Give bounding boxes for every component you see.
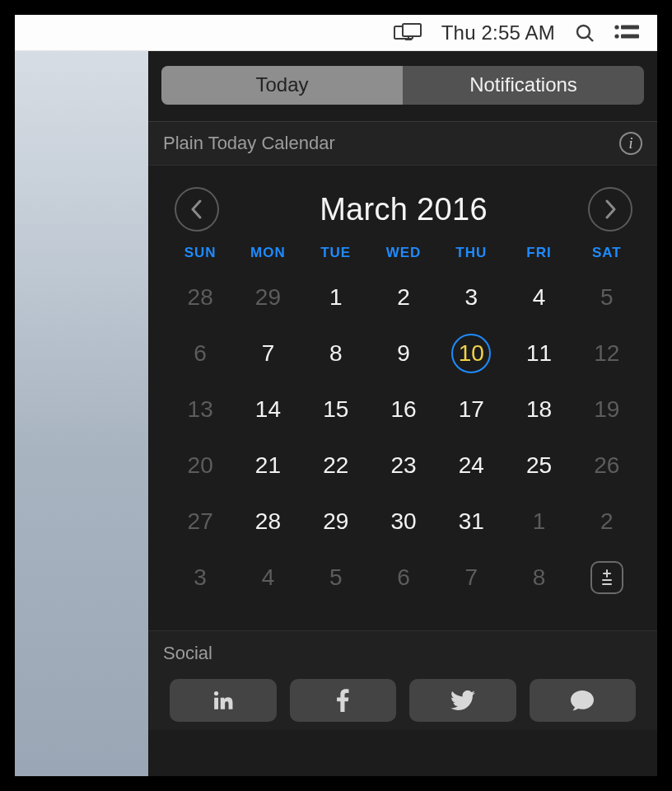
calendar-day[interactable]: 2 (370, 278, 437, 317)
calendar-day[interactable]: 31 (437, 502, 505, 541)
calendar-day[interactable]: 27 (166, 502, 234, 541)
facebook-icon (336, 689, 349, 712)
calendar-cell (573, 558, 641, 597)
notification-center-panel: Today Notifications Plain Today Calendar… (148, 51, 657, 776)
menubar-clock[interactable]: Thu 2:55 AM (441, 21, 555, 44)
svg-rect-9 (621, 34, 639, 38)
calendar-day[interactable]: 24 (437, 446, 505, 485)
calendar-day[interactable]: 29 (234, 278, 301, 317)
month-label: March 2016 (320, 192, 488, 227)
calendar-day[interactable]: 11 (505, 334, 572, 373)
displays-icon[interactable] (394, 23, 422, 43)
social-section: Social (148, 630, 657, 730)
calendar-day[interactable]: 30 (370, 502, 437, 541)
calendar-day[interactable]: 6 (370, 558, 437, 597)
linkedin-icon (212, 690, 234, 711)
svg-point-15 (214, 691, 218, 695)
calendar-day[interactable]: 13 (166, 390, 234, 429)
svg-line-5 (588, 36, 593, 41)
calendar-day[interactable]: 28 (166, 278, 234, 317)
calendar-day[interactable]: 1 (302, 278, 370, 317)
calendar-day[interactable]: 8 (505, 558, 572, 597)
notification-center-icon[interactable] (614, 24, 639, 42)
day-of-week-header: MON (234, 245, 301, 261)
twitter-button[interactable] (409, 679, 516, 722)
calendar-day[interactable]: 1 (505, 502, 572, 541)
prev-month-button[interactable] (175, 187, 219, 232)
messages-button[interactable] (530, 679, 637, 722)
calendar-day[interactable]: 29 (302, 502, 370, 541)
tab-bar: Today Notifications (148, 51, 657, 122)
calendar-day[interactable]: 28 (234, 502, 301, 541)
svg-point-8 (614, 34, 618, 38)
tab-notifications[interactable]: Notifications (403, 66, 644, 105)
info-icon[interactable]: i (619, 132, 642, 155)
calendar-day[interactable]: 7 (234, 334, 301, 373)
tab-today[interactable]: Today (161, 66, 403, 105)
linkedin-button[interactable] (170, 679, 277, 722)
calendar-day[interactable]: 14 (234, 390, 301, 429)
calendar-day[interactable]: 6 (166, 334, 234, 373)
calendar-day[interactable]: 15 (302, 390, 370, 429)
day-of-week-header: FRI (505, 245, 572, 261)
calendar-day[interactable]: 21 (234, 446, 301, 485)
calendar-day[interactable]: 5 (573, 278, 641, 317)
day-of-week-header: SAT (573, 245, 641, 261)
twitter-icon (450, 690, 475, 710)
calendar-day[interactable]: 16 (370, 390, 437, 429)
facebook-button[interactable] (290, 679, 397, 722)
calendar-day[interactable]: 19 (573, 390, 641, 429)
calendar-day[interactable]: 4 (505, 278, 572, 317)
social-title: Social (163, 643, 642, 664)
calendar-day[interactable]: 8 (302, 334, 370, 373)
calendar-day[interactable]: 22 (302, 446, 370, 485)
calendar-day[interactable]: 10 (437, 334, 505, 373)
svg-rect-7 (621, 25, 639, 29)
calendar-day[interactable]: 5 (302, 558, 370, 597)
calendar-day[interactable]: 18 (505, 390, 572, 429)
calendar-widget: March 2016 SUNMONTUEWEDTHUFRISAT28291234… (148, 166, 657, 620)
svg-rect-1 (403, 24, 421, 36)
next-month-button[interactable] (588, 187, 632, 232)
messages-icon (570, 690, 595, 711)
calendar-grid: SUNMONTUEWEDTHUFRISAT2829123456789101112… (166, 245, 641, 597)
calendar-day[interactable]: 25 (505, 446, 572, 485)
calendar-day[interactable]: 17 (437, 390, 505, 429)
edit-widgets-button[interactable] (590, 561, 623, 594)
widget-title-label: Plain Today Calendar (163, 133, 335, 154)
calendar-day[interactable]: 2 (573, 502, 641, 541)
calendar-day[interactable]: 9 (370, 334, 437, 373)
calendar-day[interactable]: 3 (437, 278, 505, 317)
calendar-day[interactable]: 4 (234, 558, 301, 597)
svg-point-4 (577, 26, 590, 38)
widget-header: Plain Today Calendar i (148, 122, 657, 166)
screen: Thu 2:55 AM Today Notifications (15, 15, 657, 776)
menubar: Thu 2:55 AM (15, 15, 657, 51)
calendar-day[interactable]: 20 (166, 446, 234, 485)
day-of-week-header: THU (437, 245, 505, 261)
calendar-day[interactable]: 3 (166, 558, 234, 597)
calendar-day[interactable]: 12 (573, 334, 641, 373)
svg-point-6 (614, 25, 618, 29)
calendar-day[interactable]: 7 (437, 558, 505, 597)
svg-rect-14 (214, 698, 218, 709)
day-of-week-header: TUE (302, 245, 370, 261)
desktop-wallpaper: Today Notifications Plain Today Calendar… (15, 51, 657, 776)
calendar-day[interactable]: 26 (573, 446, 641, 485)
day-of-week-header: SUN (166, 245, 234, 261)
search-icon[interactable] (575, 23, 595, 43)
calendar-day[interactable]: 23 (370, 446, 437, 485)
day-of-week-header: WED (370, 245, 437, 261)
